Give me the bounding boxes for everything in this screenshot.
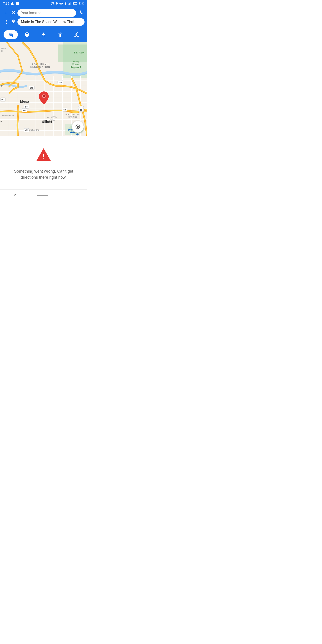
- svg-text:Mesa: Mesa: [20, 100, 29, 103]
- svg-text:Mountai: Mountai: [72, 63, 80, 66]
- svg-text:60: 60: [64, 109, 66, 111]
- destination-input[interactable]: [18, 18, 84, 26]
- svg-text:Regional P: Regional P: [71, 66, 82, 69]
- svg-rect-3: [70, 2, 71, 5]
- destination-pin-icon: [11, 19, 16, 25]
- notification-icon: [10, 2, 14, 6]
- svg-text:Salt River: Salt River: [74, 51, 85, 54]
- transport-walking-button[interactable]: [36, 30, 51, 39]
- route-dots: [3, 20, 10, 24]
- transport-transit-button[interactable]: [20, 30, 34, 39]
- svg-text:1: 1: [0, 120, 2, 122]
- error-message: Something went wrong. Can't get directio…: [9, 168, 78, 180]
- destination-row: [3, 18, 84, 26]
- back-button[interactable]: ←: [3, 9, 10, 17]
- swap-directions-button[interactable]: [78, 9, 84, 17]
- svg-rect-5: [77, 3, 77, 4]
- svg-text:LAKES: LAKES: [48, 119, 55, 121]
- system-back-button[interactable]: <: [14, 193, 16, 198]
- svg-text:RESERVATION: RESERVATION: [30, 66, 50, 68]
- svg-text:87: 87: [25, 106, 28, 108]
- location-pin-icon: [55, 2, 58, 5]
- battery-icon: [73, 2, 78, 5]
- transport-bar: [0, 28, 87, 42]
- transport-cycling-button[interactable]: [69, 30, 84, 39]
- svg-text:101: 101: [1, 98, 4, 101]
- svg-text:MICK: MICK: [1, 47, 6, 50]
- dot3: [6, 23, 7, 24]
- transport-rideshare-button[interactable]: [53, 30, 67, 39]
- bottom-nav: <: [0, 190, 87, 201]
- home-pill[interactable]: [37, 195, 48, 196]
- svg-text:202: 202: [58, 81, 62, 84]
- svg-text:H: H: [1, 50, 3, 52]
- origin-dot-icon: [11, 10, 16, 16]
- svg-point-8: [13, 12, 14, 13]
- svg-rect-0: [69, 4, 69, 5]
- origin-input[interactable]: [18, 9, 76, 17]
- svg-point-35: [43, 95, 45, 97]
- status-left: 7:15: [3, 2, 20, 6]
- map-area[interactable]: 101 202 202 202 202 87 87 60 60 60 SALT …: [0, 42, 87, 136]
- maps-icon: [16, 2, 20, 6]
- svg-text:60: 60: [23, 109, 26, 112]
- svg-text:THE ISLANDS: THE ISLANDS: [26, 129, 39, 131]
- svg-text:SALT RIVER: SALT RIVER: [32, 62, 49, 65]
- transport-driving-button[interactable]: [4, 30, 18, 39]
- error-icon: !: [36, 147, 52, 163]
- svg-text:SPRINGS: SPRINGS: [68, 116, 78, 118]
- status-time: 7:15: [3, 2, 9, 5]
- wifi-icon: [64, 2, 67, 5]
- svg-text:VAL VISTA: VAL VISTA: [47, 116, 57, 118]
- vibrate-icon: [60, 2, 62, 5]
- svg-text:Usery: Usery: [73, 60, 79, 63]
- alarm-icon: [50, 2, 54, 5]
- svg-text:BSON RANCH: BSON RANCH: [2, 114, 14, 116]
- svg-rect-2: [70, 3, 70, 5]
- status-bar: 7:15 33%: [0, 0, 87, 7]
- svg-text:01: 01: [1, 85, 4, 88]
- svg-text:✈: ✈: [76, 132, 79, 136]
- svg-text:202: 202: [30, 87, 33, 89]
- svg-text:!: !: [42, 153, 44, 160]
- signal-icon: [68, 2, 72, 5]
- nav-row: ←: [3, 9, 84, 17]
- svg-text:SUPERSTITION: SUPERSTITION: [66, 113, 80, 116]
- error-panel: ! Something went wrong. Can't get direct…: [0, 136, 87, 190]
- battery-percent: 33%: [79, 2, 84, 5]
- my-location-button[interactable]: [72, 121, 84, 132]
- dot1: [6, 20, 7, 21]
- svg-rect-6: [73, 3, 74, 4]
- header: ←: [0, 7, 87, 28]
- svg-rect-1: [69, 3, 70, 5]
- status-icons: 33%: [50, 2, 84, 5]
- svg-text:60: 60: [80, 109, 82, 111]
- dot2: [6, 22, 7, 22]
